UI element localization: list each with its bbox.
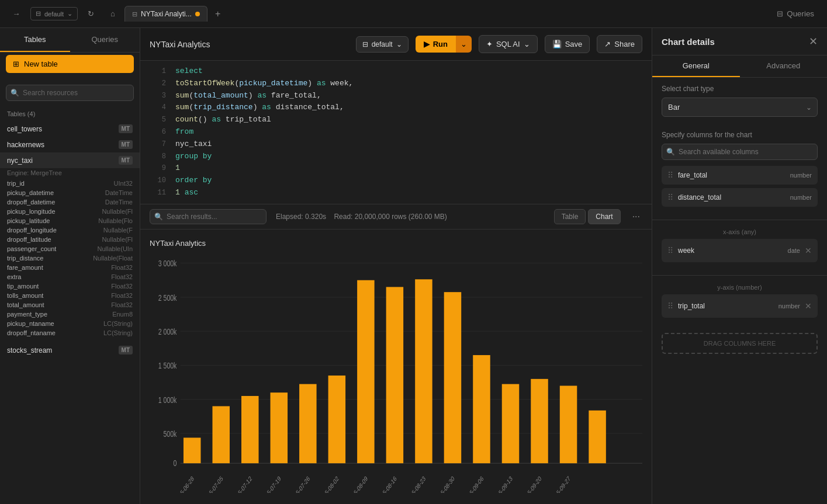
remove-x-axis-button[interactable]: ✕ [805,246,812,255]
code-line: 5 count() as trip_total [140,114,652,126]
table-icon: ⊞ [13,60,19,68]
run-group: ▶ Run ⌄ [416,36,472,53]
save-label: Save [565,40,583,48]
column-list: trip_idUInt32pickup_datetimeDateTimedrop… [0,179,140,338]
chart-type-select-wrapper[interactable]: Bar Line Area Scatter [662,98,818,117]
chart-type-label: Select chart type [662,85,818,93]
main-layout: Tables Queries ⊞ New table 🔍 Tables (4) … [0,28,827,504]
tab-title-label: NYTaxi Analyti... [141,10,192,18]
table-view-button[interactable]: Table [554,209,586,224]
run-label: Run [433,40,448,48]
column-row: dropoff_ntanameLC(String) [7,328,133,338]
column-row: pickup_datetimeDateTime [7,188,133,197]
database-selector[interactable]: ⊟ default ⌄ [356,36,409,53]
db-selector[interactable]: ⊟ default ⌄ [30,7,78,20]
svg-rect-17 [271,392,288,463]
columns-label: Specify columns for the chart [662,131,818,139]
y-axis-chip-trip-total[interactable]: ⠿ trip_total number ✕ [667,299,812,313]
svg-text:1 500k: 1 500k [158,360,177,370]
column-chip-distance-total[interactable]: ⠿ distance_total number [662,188,818,207]
sidebar-tab-tables[interactable]: Tables [0,28,70,52]
drag-handle-icon: ⠿ [667,193,673,202]
code-line: 4 sum(trip_distance) as distance_total, [140,102,652,114]
sidebar-tab-queries[interactable]: Queries [70,28,140,52]
svg-rect-21 [386,287,404,463]
sidebar-search[interactable]: 🔍 [6,85,134,101]
svg-text:2 000k: 2 000k [158,326,177,336]
table-item-cell-towers[interactable]: cell_towers MT [0,121,140,137]
column-row: dropoff_longitudeNullable(F [7,225,133,235]
svg-rect-15 [212,406,230,463]
close-panel-button[interactable]: ✕ [809,36,818,47]
svg-rect-14 [184,437,201,463]
column-chip-fare-total[interactable]: ⠿ fare_total number [662,166,818,185]
results-search-input[interactable] [150,209,267,224]
table-item-nyc-taxi[interactable]: nyc_taxi MT [0,152,140,168]
chart-type-section: Select chart type Bar Line Area Scatter [652,78,827,124]
active-tab[interactable]: ⊟ NYTaxi Analyti... [124,6,207,22]
chart-title: NYTaxi Analytics [150,239,642,248]
panel-tab-advanced[interactable]: Advanced [740,55,828,77]
table-item-stocks-stream[interactable]: stocks_stream MT [0,342,140,358]
panel-tab-general[interactable]: General [652,55,740,77]
drag-handle-icon: ⠿ [667,301,673,311]
panel-tabs: General Advanced [652,55,827,78]
svg-text:0: 0 [174,458,177,468]
sql-ai-button[interactable]: ✦ SQL AI ⌄ [479,35,538,53]
svg-rect-26 [531,379,548,463]
editor-area[interactable]: 1select2 toStartOfWeek(pickup_datetime) … [140,61,652,204]
queries-icon: ⊟ [777,9,783,18]
sidebar-tabs: Tables Queries [0,28,140,53]
columns-search-icon: 🔍 [666,148,675,156]
code-line: 9 1 [140,162,652,175]
remove-y-axis-button[interactable]: ✕ [805,301,812,311]
sparkle-icon: ✦ [486,40,493,48]
column-row: dropoff_datetimeDateTime [7,197,133,207]
queries-button[interactable]: ⊟ Queries [771,6,820,22]
table-item-hackernews[interactable]: hackernews MT [0,137,140,152]
share-label: Share [614,40,635,48]
tab-modified-dot [195,12,200,16]
tab-area: ⌂ ⊟ NYTaxi Analyti... + [103,5,766,23]
db-chevron-icon: ⌄ [67,10,72,18]
svg-rect-20 [357,280,375,463]
code-line: 7 nyc_taxi [140,138,652,151]
svg-rect-24 [473,355,490,463]
top-bar: → ⊟ default ⌄ ↻ ⌂ ⊟ NYTaxi Analyti... + … [0,0,827,28]
share-button[interactable]: ↗ Share [597,35,642,53]
svg-text:2015-09-27: 2015-09-27 [550,474,572,493]
panel-header: Chart details ✕ [652,28,827,55]
home-button[interactable]: ⌂ [103,5,122,23]
query-title: NYTaxi Analytics [150,40,349,49]
chart-type-select[interactable]: Bar Line Area Scatter [662,98,818,117]
svg-text:2015-07-05: 2015-07-05 [202,474,224,493]
x-axis-chip-week[interactable]: ⠿ week date ✕ [667,244,812,258]
columns-search-input[interactable] [662,144,818,160]
svg-text:2015-09-20: 2015-09-20 [521,474,542,493]
new-tab-button[interactable]: + [210,6,226,22]
run-button[interactable]: ▶ Run [416,36,456,53]
save-button[interactable]: 💾 Save [545,35,590,53]
run-dropdown-button[interactable]: ⌄ [456,36,472,53]
search-input[interactable] [6,85,134,101]
results-search[interactable]: 🔍 [150,209,267,224]
new-table-button[interactable]: ⊞ New table [6,55,134,73]
chart-view-button[interactable]: Chart [588,209,620,224]
svg-text:500k: 500k [164,429,177,439]
code-line: 8group by [140,151,652,163]
code-editor[interactable]: 1select2 toStartOfWeek(pickup_datetime) … [140,61,652,204]
x-axis-drop[interactable]: ⠿ week date ✕ [662,239,818,262]
bar-chart: 3 000k 2 500k 2 000k 1 500k 1 000k 500k … [150,255,642,493]
column-row: pickup_longitudeNullable(Fl [7,207,133,216]
refresh-button[interactable]: ↻ [82,6,99,22]
results-info: Elapsed: 0.320s Read: 20,000,000 rows (2… [276,213,545,221]
y-axis-drop[interactable]: ⠿ trip_total number ✕ [662,294,818,318]
back-button[interactable]: → [7,5,26,23]
sql-ai-label: SQL AI [496,40,520,48]
search-icon: 🔍 [11,89,19,97]
columns-section: Specify columns for the chart 🔍 ⠿ fare_t… [652,124,827,217]
column-row: passenger_countNullable(UIn [7,244,133,253]
columns-search[interactable]: 🔍 [662,144,818,160]
more-options-button[interactable]: ··· [630,209,642,224]
chart-container: NYTaxi Analytics 3 000k 2 500k 2 000k 1 … [140,230,652,504]
